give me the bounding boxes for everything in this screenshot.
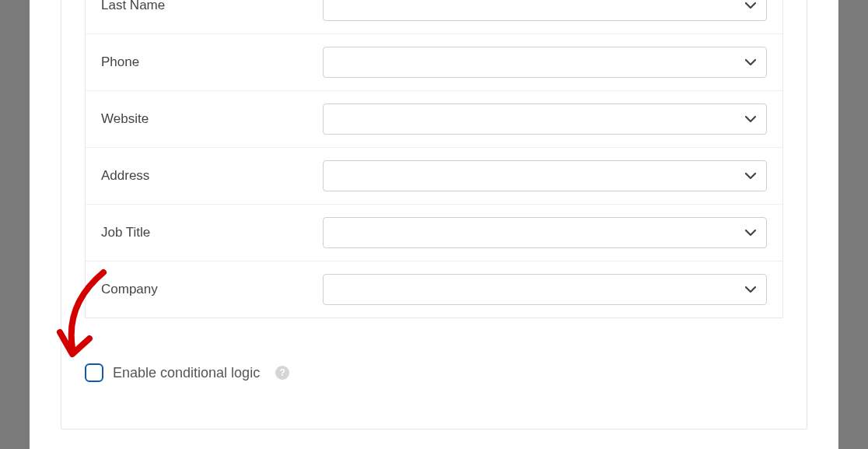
field-label-phone: Phone: [101, 54, 323, 70]
job-title-select[interactable]: [323, 217, 767, 248]
help-icon[interactable]: ?: [275, 366, 289, 380]
phone-select[interactable]: [323, 47, 767, 78]
field-label-website: Website: [101, 111, 323, 127]
field-label-last-name: Last Name: [101, 0, 323, 13]
field-label-company: Company: [101, 282, 323, 297]
field-label-job-title: Job Title: [101, 225, 323, 240]
field-label-address: Address: [101, 168, 323, 184]
last-name-select[interactable]: [323, 0, 767, 21]
select-wrap: [323, 47, 767, 78]
enable-conditional-logic-label: Enable conditional logic: [113, 365, 260, 381]
company-select[interactable]: [323, 274, 767, 305]
field-row: Website: [86, 90, 782, 147]
enable-conditional-logic-checkbox[interactable]: [85, 363, 103, 382]
field-row: Job Title: [86, 204, 782, 261]
settings-panel: Last Name Phone Website: [61, 0, 807, 430]
field-row: Company: [86, 261, 782, 317]
select-wrap: [323, 160, 767, 191]
conditional-logic-row: Enable conditional logic ?: [61, 342, 807, 390]
fields-container: Last Name Phone Website: [85, 0, 783, 318]
outer-margin-left: [0, 0, 30, 449]
field-row: Last Name: [86, 0, 782, 33]
website-select[interactable]: [323, 103, 767, 135]
address-select[interactable]: [323, 160, 767, 191]
select-wrap: [323, 274, 767, 305]
viewport: Last Name Phone Website: [30, 0, 838, 449]
select-wrap: [323, 217, 767, 248]
select-wrap: [323, 0, 767, 21]
select-wrap: [323, 103, 767, 135]
outer-margin-right: [838, 0, 868, 449]
field-row: Phone: [86, 33, 782, 90]
field-row: Address: [86, 147, 782, 204]
